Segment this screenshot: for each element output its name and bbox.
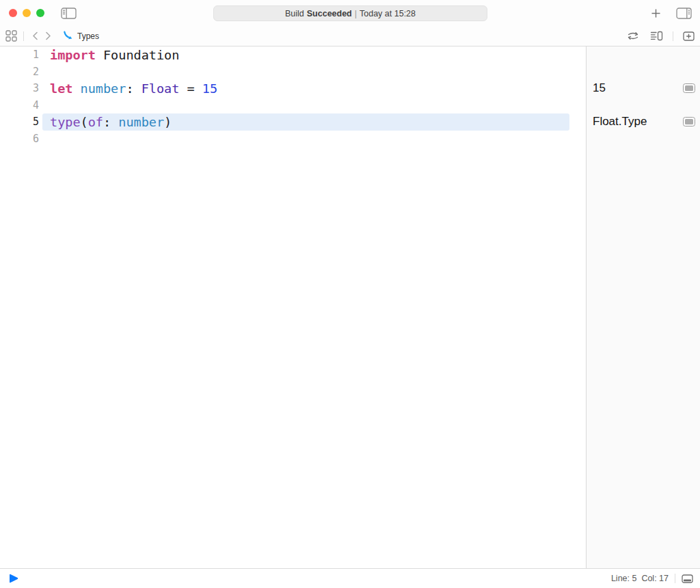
build-status-separator: | bbox=[355, 9, 357, 18]
code-token: number bbox=[118, 115, 164, 129]
titlebar: BuildSucceeded|Today at 15:28 bbox=[0, 0, 700, 26]
tab-bar: Types bbox=[0, 26, 700, 46]
line-number[interactable]: 6 bbox=[0, 133, 39, 145]
line-number[interactable]: 1 bbox=[0, 49, 39, 61]
zoom-icon[interactable] bbox=[36, 9, 44, 17]
tab-types[interactable]: Types bbox=[63, 31, 99, 41]
adjust-editor-options-icon[interactable] bbox=[650, 31, 663, 41]
code-text: import Foundation bbox=[39, 48, 179, 62]
xcode-playground-window: BuildSucceeded|Today at 15:28 bbox=[0, 0, 700, 588]
related-items-grid-icon[interactable] bbox=[5, 30, 17, 42]
code-line[interactable]: 3let number: Float = 15 bbox=[0, 80, 586, 97]
plus-icon[interactable] bbox=[651, 8, 661, 18]
run-play-icon[interactable] bbox=[9, 574, 18, 583]
code-text: let number: Float = 15 bbox=[39, 81, 217, 96]
code-token: of bbox=[88, 115, 103, 129]
results-sidebar: 15Float.Type bbox=[586, 46, 700, 568]
add-editor-icon[interactable] bbox=[683, 31, 695, 41]
divider bbox=[673, 31, 673, 41]
code-token: ) bbox=[164, 115, 172, 129]
divider bbox=[675, 574, 675, 583]
tab-label: Types bbox=[77, 31, 99, 41]
main-content: 1import Foundation23let number: Float = … bbox=[0, 46, 700, 568]
titlebar-actions bbox=[651, 0, 692, 26]
code-token: Float bbox=[142, 81, 180, 96]
code-line[interactable]: 1import Foundation bbox=[0, 46, 586, 64]
code-line[interactable]: 2 bbox=[0, 64, 586, 81]
code-text: type(of: number) bbox=[39, 115, 172, 129]
show-result-icon-fill bbox=[685, 119, 693, 124]
code-token: type bbox=[50, 115, 81, 129]
result-value: 15 bbox=[593, 81, 606, 95]
swap-arrows-icon[interactable] bbox=[627, 31, 639, 41]
result-row: Float.Type bbox=[587, 113, 700, 131]
minimize-icon[interactable] bbox=[23, 9, 31, 17]
divider bbox=[23, 31, 24, 41]
code-token: ( bbox=[81, 115, 88, 129]
back-chevron-icon[interactable] bbox=[32, 31, 38, 40]
cursor-position: Line: 5 Col: 17 bbox=[611, 574, 669, 583]
code-token: = bbox=[179, 81, 202, 96]
code-token: : bbox=[103, 115, 118, 129]
code-token: Foundation bbox=[96, 48, 180, 62]
line-number[interactable]: 3 bbox=[0, 82, 39, 94]
line-number[interactable]: 5 bbox=[0, 116, 39, 128]
code-editor[interactable]: 1import Foundation23let number: Float = … bbox=[0, 46, 586, 568]
show-result-icon[interactable] bbox=[683, 83, 695, 93]
code-line[interactable]: 6 bbox=[0, 131, 586, 148]
show-result-icon-fill bbox=[685, 85, 693, 91]
code-token: let bbox=[50, 81, 72, 96]
build-status-timestamp: Today at 15:28 bbox=[360, 9, 416, 18]
line-number[interactable]: 4 bbox=[0, 99, 39, 111]
build-status-prefix: Build bbox=[285, 9, 304, 18]
build-status-pill[interactable]: BuildSucceeded|Today at 15:28 bbox=[213, 5, 487, 21]
line-number[interactable]: 2 bbox=[0, 66, 39, 78]
code-line[interactable]: 4 bbox=[0, 97, 586, 114]
code-token: 15 bbox=[202, 81, 217, 96]
code-token: : bbox=[126, 81, 141, 96]
result-row: 15 bbox=[587, 80, 700, 97]
build-status-result: Succeeded bbox=[307, 9, 352, 18]
result-value: Float.Type bbox=[593, 115, 647, 129]
swift-playground-icon bbox=[63, 31, 73, 41]
toggle-navigator-icon[interactable] bbox=[61, 8, 77, 19]
close-icon[interactable] bbox=[9, 9, 17, 17]
code-line[interactable]: 5type(of: number) bbox=[0, 113, 586, 131]
code-token bbox=[72, 81, 80, 96]
forward-chevron-icon[interactable] bbox=[45, 31, 51, 40]
code-lines: 1import Foundation23let number: Float = … bbox=[0, 46, 586, 147]
editor-layout-icon[interactable] bbox=[676, 8, 692, 19]
toggle-debug-area-icon[interactable] bbox=[682, 574, 693, 583]
code-token: number bbox=[81, 81, 126, 96]
code-token: import bbox=[50, 48, 96, 62]
show-result-icon[interactable] bbox=[683, 117, 695, 126]
traffic-lights bbox=[0, 9, 44, 17]
status-bar: Line: 5 Col: 17 bbox=[0, 568, 700, 588]
